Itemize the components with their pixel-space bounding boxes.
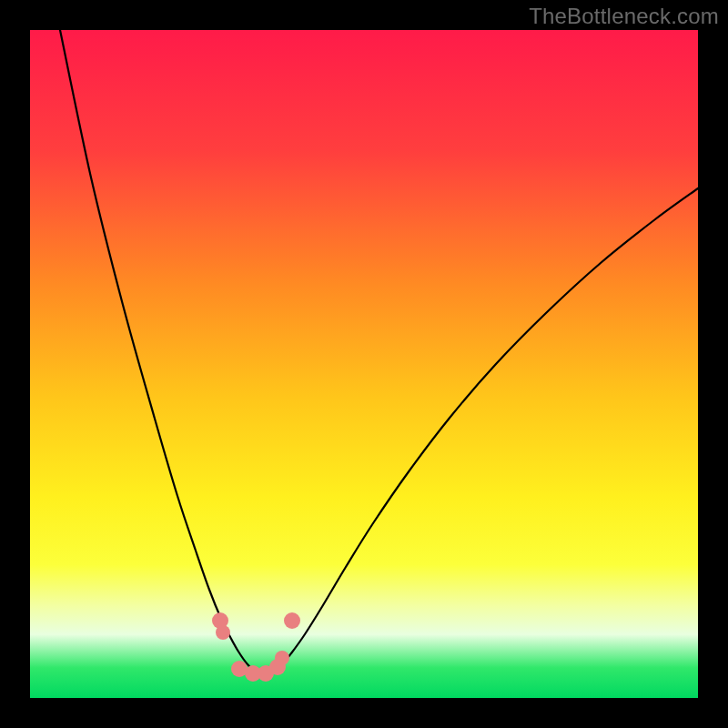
bottleneck-chart	[0, 0, 728, 728]
watermark-text: TheBottleneck.com	[529, 4, 719, 29]
data-marker	[216, 625, 230, 640]
chart-frame: { "watermark": "TheBottleneck.com", "cha…	[0, 0, 728, 728]
data-marker	[284, 612, 300, 629]
plot-background	[30, 30, 698, 698]
data-marker	[275, 651, 289, 665]
